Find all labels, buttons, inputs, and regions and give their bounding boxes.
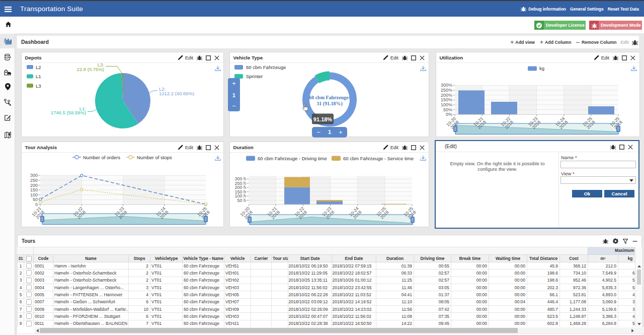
svg-text:60 cbm Fahrzeuge - Driving tim: 60 cbm Fahrzeuge - Driving time	[258, 156, 327, 161]
svg-text:200: 200	[30, 183, 38, 188]
svg-text:0: 0	[35, 202, 38, 207]
svg-text:–: –	[232, 102, 236, 109]
svg-text:150: 150	[30, 187, 38, 192]
svg-text:300 h: 300 h	[234, 176, 246, 181]
svg-text:22.8 (0.76%): 22.8 (0.76%)	[77, 66, 104, 72]
svg-text:60 cbm Fahrzeuge:: 60 cbm Fahrzeuge:	[309, 95, 350, 100]
svg-text:300: 300	[30, 173, 38, 178]
svg-text:60 cbm Fahrzeuge - Service tim: 60 cbm Fahrzeuge - Service time	[343, 156, 414, 161]
svg-text:Number of stops: Number of stops	[137, 155, 172, 160]
svg-text:Sprinter: Sprinter	[246, 74, 263, 79]
svg-text:1: 1	[232, 92, 235, 98]
svg-text:1: 1	[328, 129, 331, 135]
svg-text:Number of orders: Number of orders	[83, 155, 120, 160]
svg-text:L2: L2	[36, 64, 41, 70]
svg-text:91.18%: 91.18%	[313, 116, 333, 122]
svg-text:L3: L3	[36, 83, 41, 89]
svg-text:250: 250	[30, 178, 38, 183]
svg-text:100: 100	[30, 192, 38, 197]
svg-text:60 cbm Fahrzeuge: 60 cbm Fahrzeuge	[246, 64, 286, 70]
svg-text:50: 50	[33, 197, 38, 202]
svg-text:1212.2 (40.66%): 1212.2 (40.66%)	[159, 91, 194, 96]
svg-text:300%: 300%	[441, 83, 452, 88]
svg-text:+: +	[232, 80, 236, 87]
svg-text:250%: 250%	[441, 88, 452, 93]
svg-text:kg: kg	[539, 65, 544, 71]
svg-text:50%: 50%	[443, 107, 452, 112]
svg-text:0%: 0%	[446, 112, 452, 117]
svg-text:–: –	[317, 128, 320, 136]
svg-text:L1: L1	[36, 74, 41, 79]
svg-text:200%: 200%	[441, 93, 452, 98]
svg-text:+: +	[339, 129, 342, 136]
svg-text:31 (91.18%): 31 (91.18%)	[316, 101, 343, 107]
svg-text:150%: 150%	[441, 97, 452, 102]
svg-text:1746.5 (58.58%): 1746.5 (58.58%)	[51, 110, 86, 115]
svg-text:100%: 100%	[441, 102, 452, 107]
